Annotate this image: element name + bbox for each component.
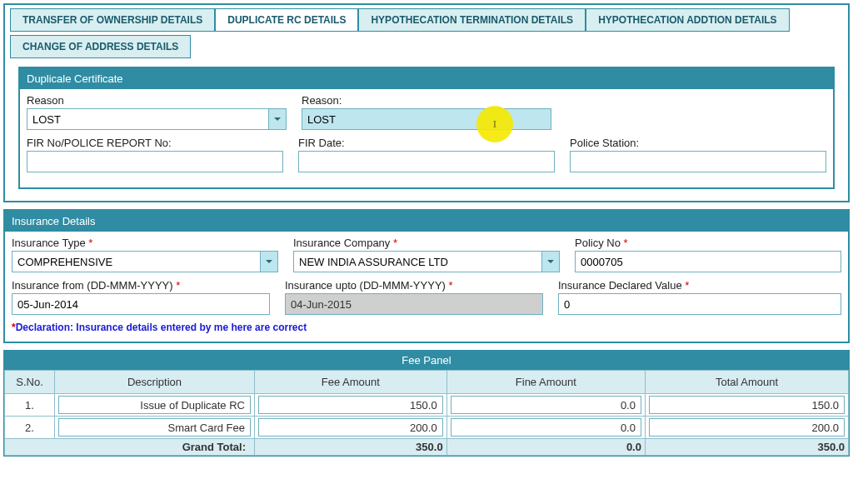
grand-total-fee: 350.0	[255, 439, 447, 456]
insurance-type-value[interactable]	[12, 251, 260, 272]
duplicate-certificate-panel: Duplicale Certificate Reason Reason: I	[18, 67, 835, 189]
cell-total: 150.0	[649, 396, 845, 414]
reason-dropdown-button[interactable]	[268, 108, 287, 130]
fir-date-input[interactable]	[298, 151, 555, 172]
fee-panel: Fee Panel S.No. Description Fee Amount F…	[3, 350, 850, 457]
insurance-from-input[interactable]	[12, 293, 270, 315]
insurance-from-label: Insurance from (DD-MMM-YYYY) *	[12, 279, 270, 292]
insurance-upto-label: Insurance upto (DD-MMM-YYYY) *	[285, 279, 543, 292]
grand-total-amount: 350.0	[645, 439, 848, 456]
fir-no-label: FIR No/POLICE REPORT No:	[27, 137, 283, 149]
tab-hypothecation-addition[interactable]: HYPOTHECATION ADDTION DETAILS	[586, 8, 789, 32]
chevron-down-icon	[265, 257, 273, 266]
cell-description: Issue of Duplicate RC	[58, 396, 251, 414]
reason-select-value[interactable]	[27, 108, 268, 130]
insurance-idv-label: Insurance Declared Value *	[558, 279, 841, 292]
col-total-amount: Total Amount	[645, 371, 848, 394]
fir-date-label: FIR Date:	[298, 137, 555, 149]
fir-no-input[interactable]	[27, 151, 283, 172]
grand-total-label: Grand Total:	[5, 439, 255, 456]
cell-fee: 150.0	[258, 396, 443, 414]
policy-no-input[interactable]	[575, 251, 841, 272]
police-station-input[interactable]	[570, 151, 826, 172]
reason-text-label: Reason:	[302, 94, 551, 107]
cell-fine: 0.0	[451, 418, 641, 437]
col-sno: S.No.	[5, 371, 55, 394]
fee-panel-title: Fee Panel	[4, 351, 849, 370]
table-row: 1. Issue of Duplicate RC 150.0 0.0 150.0	[5, 394, 849, 417]
insurance-type-combo[interactable]	[12, 251, 278, 272]
duplicate-certificate-header: Duplicale Certificate	[20, 68, 833, 89]
cell-fine: 0.0	[451, 396, 641, 414]
tab-duplicate-rc[interactable]: DUPLICATE RC DETAILS	[215, 8, 358, 32]
grand-total-fine: 0.0	[446, 439, 645, 456]
main-panel: TRANSFER OF OWNERSHIP DETAILS DUPLICATE …	[3, 3, 850, 202]
cell-sno: 2.	[5, 417, 55, 439]
cell-sno: 1.	[5, 394, 55, 417]
insurance-company-dropdown-button[interactable]	[541, 251, 560, 272]
tab-change-address[interactable]: CHANGE OF ADDRESS DETAILS	[10, 35, 191, 58]
insurance-company-combo[interactable]	[293, 251, 560, 272]
chevron-down-icon	[273, 115, 282, 123]
col-fine-amount: Fine Amount	[446, 371, 645, 394]
tab-transfer-ownership[interactable]: TRANSFER OF OWNERSHIP DETAILS	[10, 8, 215, 32]
insurance-panel: Insurance Details Insurance Type * Insur…	[3, 209, 850, 343]
insurance-idv-input[interactable]	[558, 293, 841, 315]
insurance-type-label: Insurance Type *	[12, 237, 278, 249]
insurance-upto-input[interactable]	[285, 293, 543, 315]
insurance-header: Insurance Details	[5, 211, 848, 232]
cell-total: 200.0	[649, 418, 845, 437]
tab-bar: TRANSFER OF OWNERSHIP DETAILS DUPLICATE …	[10, 8, 843, 62]
policy-no-label: Policy No *	[575, 237, 841, 249]
insurance-declaration: *Declaration: Insurance details entered …	[12, 322, 841, 333]
insurance-company-label: Insurance Company *	[293, 237, 560, 249]
grand-total-row: Grand Total: 350.0 0.0 350.0	[5, 439, 849, 456]
reason-combo[interactable]	[27, 108, 287, 130]
insurance-company-value[interactable]	[293, 251, 541, 272]
insurance-type-dropdown-button[interactable]	[260, 251, 278, 272]
table-row: 2. Smart Card Fee 200.0 0.0 200.0	[5, 417, 849, 439]
reason-label: Reason	[27, 94, 287, 107]
police-station-label: Police Station:	[570, 137, 826, 149]
cell-fee: 200.0	[258, 418, 443, 437]
col-description: Description	[55, 371, 255, 394]
cell-description: Smart Card Fee	[58, 418, 251, 437]
reason-text-input[interactable]	[302, 108, 551, 130]
col-fee-amount: Fee Amount	[255, 371, 447, 394]
chevron-down-icon	[546, 257, 555, 266]
fee-table: S.No. Description Fee Amount Fine Amount…	[4, 370, 849, 456]
tab-hypothecation-termination[interactable]: HYPOTHECATION TERMINATION DETAILS	[358, 8, 586, 32]
